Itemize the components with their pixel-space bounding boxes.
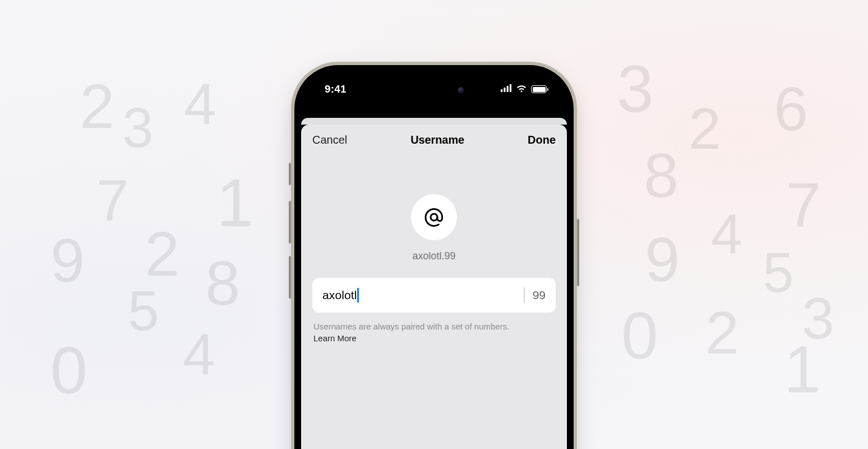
- at-sign-icon: [411, 194, 457, 240]
- bg-digit: 2: [145, 218, 179, 290]
- bg-digit: 1: [784, 331, 821, 407]
- bg-digit: 7: [786, 168, 821, 241]
- phone-frame: 9:41: [291, 62, 577, 449]
- bg-digit: 0: [621, 297, 658, 374]
- phone-screen: 9:41: [301, 72, 567, 449]
- front-camera-icon: [458, 87, 464, 94]
- username-display: axolotl.99: [312, 250, 556, 262]
- bg-digit: 2: [80, 70, 114, 143]
- helper-text: Usernames are always paired with a set o…: [313, 322, 509, 331]
- cancel-button[interactable]: Cancel: [312, 134, 347, 146]
- battery-icon: [531, 85, 547, 93]
- bg-digit: 5: [763, 240, 794, 305]
- svg-point-4: [431, 214, 437, 221]
- bg-digit: 4: [184, 71, 216, 138]
- learn-more-link[interactable]: Learn More: [313, 332, 357, 344]
- cellular-icon: [501, 84, 512, 94]
- bg-digit: 1: [216, 164, 254, 241]
- phone-bezel: 9:41: [294, 65, 574, 449]
- bg-digit: 2: [705, 297, 739, 368]
- sheet-title: Username: [410, 134, 464, 146]
- status-time: 9:41: [325, 83, 347, 95]
- wifi-icon: [516, 84, 527, 94]
- bg-digit: 3: [802, 285, 834, 352]
- text-cursor: [357, 288, 359, 303]
- dynamic-island: [391, 79, 477, 102]
- bg-digit: 3: [617, 51, 654, 127]
- bg-digit: 4: [183, 321, 215, 388]
- bg-digit: 8: [644, 139, 678, 212]
- bg-digit: 4: [711, 202, 742, 267]
- sheet-nav-bar: Cancel Username Done: [301, 125, 567, 155]
- svg-rect-2: [507, 86, 509, 92]
- svg-rect-0: [501, 89, 502, 92]
- bg-digit: 5: [128, 278, 159, 343]
- volume-down-button: [289, 256, 291, 299]
- power-button: [577, 219, 579, 286]
- volume-up-button: [289, 201, 291, 244]
- bg-digit: 2: [689, 95, 721, 162]
- bg-digit: 0: [50, 332, 87, 409]
- bg-digit: 3: [122, 95, 154, 160]
- bg-digit: 7: [96, 167, 129, 234]
- bg-digit: 9: [645, 223, 680, 296]
- background-sheet-edge: [301, 118, 567, 125]
- bg-digit: 8: [205, 247, 240, 319]
- bg-digit: 9: [50, 224, 85, 296]
- svg-rect-3: [510, 84, 511, 92]
- username-input-value: axolotl: [322, 288, 357, 302]
- modal-sheet: Cancel Username Done axolotl.99 a: [301, 125, 567, 449]
- username-input[interactable]: axolotl 99: [312, 278, 556, 313]
- silence-switch: [289, 163, 291, 185]
- svg-rect-1: [504, 88, 505, 92]
- done-button[interactable]: Done: [528, 134, 556, 146]
- username-suffix: 99: [533, 288, 546, 302]
- input-divider: [524, 287, 525, 303]
- bg-digit: 6: [774, 73, 808, 144]
